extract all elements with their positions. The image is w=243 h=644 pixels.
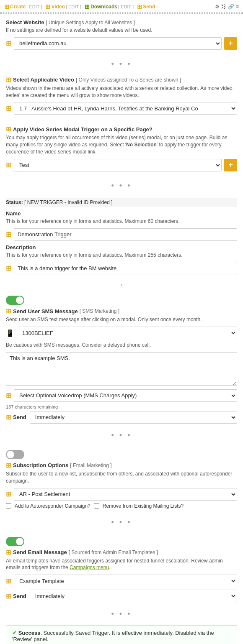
downloads-edit-tag[interactable]: [ EDIT ] [118, 4, 134, 9]
subscription-toggle-knob [7, 451, 14, 458]
sms-phone-row: 📱 1300BELIEF [6, 327, 237, 339]
no-selection-bold: No Selection [126, 142, 157, 148]
sms-chars-remaining: 137 characters remaining [6, 404, 237, 409]
email-template-select[interactable]: Example Template [14, 575, 237, 587]
name-input[interactable] [14, 228, 237, 241]
subscription-toggle-track[interactable] [6, 450, 24, 459]
downloads-link[interactable]: Downloads [90, 4, 117, 10]
remove-mailing-label: Remove from Existing Mailing Lists? [103, 503, 184, 509]
description-plus-icon[interactable]: ⊞ [6, 264, 11, 272]
subscription-checkbox-row: Add to Autoresponder Campaign? Remove fr… [6, 503, 237, 509]
link-icon[interactable]: 🔗 [228, 4, 234, 10]
subscription-list-row: ⊞ AR - Post Settlement [6, 488, 237, 501]
success-check-icon: ✔ [12, 630, 17, 636]
website-plus-icon[interactable]: ⊞ [6, 39, 11, 47]
send-link[interactable]: Send [143, 4, 155, 10]
top-navigation: ⊞ Create [ EDIT ] ⊞ Video [ EDIT ] ⊞ Dow… [0, 0, 243, 13]
dots-sep-3: • • • [0, 428, 243, 443]
video-link[interactable]: Video [51, 4, 65, 10]
sms-send-row: ⊞ Send Immediately [6, 411, 237, 424]
send-plus-icon: ⊞ [137, 3, 142, 10]
modal-select-wrapper: Test [14, 159, 222, 171]
subscription-list-wrapper: AR - Post Settlement [14, 488, 237, 501]
email-section: ⊞ Send Email Message [ Sourced from Admi… [0, 530, 243, 607]
website-select-wrapper: beliefmedia.com.au [14, 37, 222, 50]
sms-voicedrop-select[interactable]: Select Optional Voicedrop (MMS Charges A… [14, 389, 237, 402]
subscription-list-plus-icon[interactable]: ⊞ [6, 490, 11, 498]
email-send-select[interactable]: Immediately [30, 590, 237, 602]
video-plus-icon[interactable]: ⊞ [6, 105, 11, 112]
description-label: Description [6, 244, 237, 250]
sms-section-title: ⊞ Send User SMS Message [ SMS Marketing … [6, 307, 237, 315]
website-add-button[interactable]: + [224, 37, 237, 50]
video-edit-tag[interactable]: [ EDIT ] [66, 4, 81, 9]
modal-input-row: ⊞ Test + [6, 159, 237, 171]
video-section: ⊞ Select Applicable Video [ Only Videos … [0, 72, 243, 122]
website-title: Select Website [ Unique Settings Apply t… [6, 19, 237, 26]
sms-send-select-wrapper: Immediately [30, 411, 237, 424]
email-toggle-track[interactable] [6, 537, 24, 546]
modal-add-button[interactable]: + [224, 159, 237, 171]
sms-bracket: [ SMS Marketing ] [80, 308, 119, 314]
nav-downloads: ⊞ Downloads [ EDIT ] [85, 3, 134, 10]
description-desc: This is for your reference only in forms… [6, 252, 237, 259]
sms-voicedrop-plus-icon[interactable]: ⊞ [6, 391, 11, 399]
email-template-wrapper: Example Template [14, 575, 237, 587]
downloads-plus-icon: ⊞ [85, 3, 90, 10]
sms-send-plus-icon[interactable]: ⊞ [6, 413, 11, 421]
email-send-plus-icon[interactable]: ⊞ [6, 592, 11, 600]
sms-message-input[interactable]: This is an example SMS. [6, 352, 237, 386]
status-value: [ NEW TRIGGER - Invalid ID Provided ] [24, 199, 113, 205]
email-toggle-knob [16, 538, 23, 545]
subscription-toggle[interactable] [6, 450, 24, 459]
autoresponder-checkbox[interactable] [6, 503, 11, 509]
campaigns-link[interactable]: Campaigns menu [70, 565, 109, 570]
subscription-bracket: [ Email Marketing ] [70, 463, 111, 468]
description-input[interactable] [14, 262, 237, 274]
video-section-plus-icon: ⊞ [6, 76, 11, 84]
sms-caution: Be cautious with SMS messages. Consider … [6, 342, 237, 349]
sms-desc: Send user an SMS text message after clic… [6, 316, 237, 323]
subscription-section: ⊞ Subscription Options [ Email Marketing… [0, 443, 243, 515]
sms-section: ⊞ Send User SMS Message [ SMS Marketing … [0, 289, 243, 428]
video-select-wrapper: 1.7 - Aussie's Head of HR, Lynda Harris,… [14, 102, 237, 115]
status-name-section: Status: [ NEW TRIGGER - Invalid ID Provi… [0, 194, 243, 281]
email-toggle[interactable] [6, 537, 24, 546]
website-section: Select Website [ Unique Settings Apply t… [0, 15, 243, 56]
name-plus-icon[interactable]: ⊞ [6, 230, 11, 238]
sms-send-select[interactable]: Immediately [30, 411, 237, 424]
email-bracket: [ Sourced from Admin Email Templates ] [69, 549, 158, 555]
video-bracket: [ Only Videos assigned To a Series are s… [76, 77, 181, 83]
nav-icon-group: ⚙ ⛓ 🔗 ≡ [215, 4, 239, 10]
create-edit-tag[interactable]: [ EDIT ] [26, 4, 42, 9]
modal-plus-icon[interactable]: ⊞ [6, 161, 11, 169]
phone-icon: 📱 [6, 329, 14, 337]
subscription-section-title: ⊞ Subscription Options [ Email Marketing… [6, 462, 237, 469]
website-input-row: ⊞ beliefmedia.com.au + [6, 37, 237, 50]
email-send-select-wrapper: Immediately [30, 590, 237, 602]
modal-section: ⊞ Apply Video Series Modal Trigger on a … [0, 121, 243, 178]
subscription-list-select[interactable]: AR - Post Settlement [14, 488, 237, 501]
sms-toggle-track[interactable] [6, 296, 24, 305]
subscription-plus-icon: ⊞ [6, 462, 11, 469]
modal-select[interactable]: Test [14, 159, 222, 171]
gear-icon[interactable]: ⚙ [215, 4, 220, 10]
menu-icon[interactable]: ≡ [236, 4, 239, 10]
email-section-title: ⊞ Send Email Message [ Sourced from Admi… [6, 549, 237, 556]
video-select[interactable]: 1.7 - Aussie's Head of HR, Lynda Harris,… [14, 102, 237, 115]
name-label: Name [6, 210, 237, 217]
email-desc: All email templates have associated trig… [6, 557, 237, 572]
email-template-plus-icon[interactable]: ⊞ [6, 577, 11, 585]
website-select[interactable]: beliefmedia.com.au [14, 37, 222, 50]
chain-icon[interactable]: ⛓ [221, 4, 226, 10]
email-send-row: ⊞ Send Immediately [6, 590, 237, 602]
email-section-plus-icon: ⊞ [6, 549, 11, 556]
create-link[interactable]: Create [10, 4, 26, 10]
success-text: . Successfully Saved Trigger. It is effe… [12, 630, 214, 642]
nav-video: ⊞ Video [ EDIT ] [45, 3, 81, 10]
sms-toggle[interactable] [6, 296, 24, 305]
website-bracket: [ Unique Settings Apply to All Websites … [46, 20, 135, 26]
sms-phone-select[interactable]: 1300BELIEF [17, 327, 237, 339]
video-input-row: ⊞ 1.7 - Aussie's Head of HR, Lynda Harri… [6, 102, 237, 115]
remove-mailing-checkbox[interactable] [94, 503, 99, 509]
